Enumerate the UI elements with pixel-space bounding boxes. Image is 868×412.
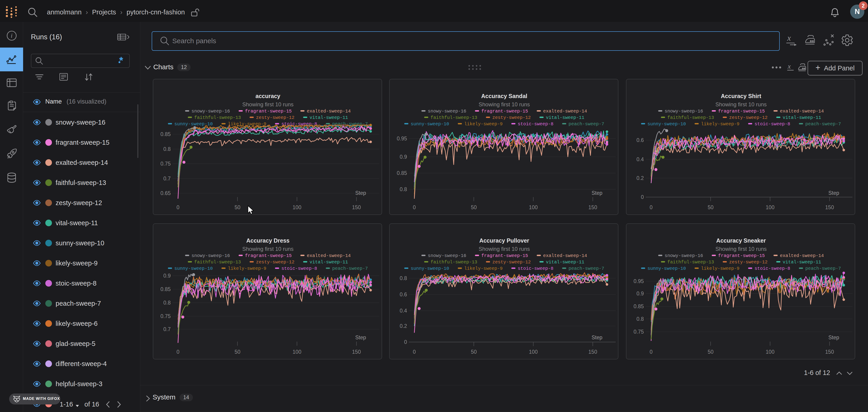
- svg-text:fragrant-sweep-15: fragrant-sweep-15: [245, 253, 292, 258]
- svg-text:0: 0: [177, 204, 180, 210]
- svg-text:Step: Step: [592, 335, 602, 341]
- svg-text:vital-sweep-11: vital-sweep-11: [546, 259, 584, 265]
- svg-text:0.85: 0.85: [397, 170, 407, 176]
- svg-text:snowy-sweep-16: snowy-sweep-16: [664, 253, 703, 258]
- svg-text:0.8: 0.8: [637, 316, 644, 322]
- svg-text:stoic-sweep-8: stoic-sweep-8: [754, 121, 790, 127]
- svg-text:0.85: 0.85: [633, 304, 644, 309]
- svg-text:0.75: 0.75: [160, 161, 171, 167]
- svg-text:stoic-sweep-8: stoic-sweep-8: [754, 266, 790, 271]
- svg-text:sunny-sweep-10: sunny-sweep-10: [411, 121, 449, 127]
- svg-text:vital-sweep-11: vital-sweep-11: [546, 115, 584, 120]
- svg-text:0.85: 0.85: [160, 286, 171, 292]
- svg-text:snowy-sweep-16: snowy-sweep-16: [191, 253, 230, 258]
- svg-text:0: 0: [413, 349, 416, 355]
- svg-text:Step: Step: [355, 190, 366, 196]
- svg-text:i: i: [11, 32, 12, 39]
- svg-text:stoic-sweep-8: stoic-sweep-8: [281, 266, 317, 271]
- svg-text:Accuracy Sneaker: Accuracy Sneaker: [716, 237, 766, 244]
- svg-text:Step: Step: [829, 335, 839, 341]
- svg-text:accuracy: accuracy: [255, 93, 280, 99]
- svg-text:exalted-sweep-14: exalted-sweep-14: [543, 108, 587, 114]
- svg-text:50: 50: [235, 349, 241, 355]
- svg-text:x: x: [787, 34, 791, 42]
- svg-text:0: 0: [413, 204, 416, 210]
- svg-text:likely-sweep-9: likely-sweep-9: [464, 121, 503, 127]
- svg-text:fragrant-sweep-15: fragrant-sweep-15: [718, 253, 765, 258]
- svg-text:50: 50: [471, 204, 477, 210]
- svg-text:0.6: 0.6: [637, 137, 644, 143]
- svg-text:0.65: 0.65: [160, 190, 171, 196]
- svg-text:likely-sweep-9: likely-sweep-9: [701, 121, 739, 127]
- svg-text:0.7: 0.7: [163, 326, 171, 332]
- svg-text:fragrant-sweep-15: fragrant-sweep-15: [482, 108, 528, 114]
- svg-text:50: 50: [235, 204, 241, 210]
- svg-text:0: 0: [177, 349, 180, 355]
- svg-text:150: 150: [588, 349, 597, 355]
- svg-text:150: 150: [825, 204, 834, 210]
- svg-text:Showing first 10 runs: Showing first 10 runs: [242, 246, 293, 252]
- svg-text:exalted-sweep-14: exalted-sweep-14: [307, 253, 351, 258]
- svg-text:peach-sweep-7: peach-sweep-7: [805, 266, 841, 271]
- svg-text:sunny-sweep-10: sunny-sweep-10: [411, 266, 449, 271]
- svg-text:likely-sweep-9: likely-sweep-9: [464, 266, 503, 271]
- svg-text:100: 100: [766, 204, 774, 210]
- svg-text:zesty-sweep-12: zesty-sweep-12: [492, 115, 531, 120]
- svg-text:zesty-sweep-12: zesty-sweep-12: [256, 115, 294, 120]
- svg-text:zesty-sweep-12: zesty-sweep-12: [492, 259, 531, 265]
- svg-text:0: 0: [404, 339, 407, 345]
- svg-text:0.2: 0.2: [400, 323, 407, 329]
- svg-text:zesty-sweep-12: zesty-sweep-12: [256, 259, 294, 265]
- svg-text:0.85: 0.85: [160, 131, 171, 137]
- svg-text:0.6: 0.6: [400, 291, 407, 297]
- svg-text:150: 150: [588, 204, 597, 210]
- svg-text:Accuracy Dress: Accuracy Dress: [246, 237, 289, 244]
- svg-text:50: 50: [708, 204, 714, 210]
- svg-text:0.9: 0.9: [637, 291, 644, 296]
- svg-text:0: 0: [650, 349, 653, 355]
- svg-text:vital-sweep-11: vital-sweep-11: [310, 259, 348, 265]
- svg-text:50: 50: [708, 349, 714, 355]
- svg-text:0.9: 0.9: [400, 154, 407, 160]
- svg-text:faithful-sweep-13: faithful-sweep-13: [431, 259, 477, 265]
- svg-text:x: x: [787, 63, 791, 70]
- svg-text:Accuracy Shirt: Accuracy Shirt: [721, 93, 762, 99]
- svg-text:likely-sweep-9: likely-sweep-9: [701, 266, 739, 271]
- svg-text:fragrant-sweep-15: fragrant-sweep-15: [718, 108, 765, 114]
- svg-text:100: 100: [529, 349, 538, 355]
- svg-text:fragrant-sweep-15: fragrant-sweep-15: [482, 253, 528, 258]
- svg-text:0.8: 0.8: [400, 186, 407, 192]
- svg-text:faithful-sweep-13: faithful-sweep-13: [431, 115, 477, 120]
- svg-text:zesty-sweep-12: zesty-sweep-12: [729, 115, 768, 120]
- svg-text:150: 150: [352, 204, 361, 210]
- svg-text:Showing first 10 runs: Showing first 10 runs: [478, 101, 530, 107]
- svg-text:Step: Step: [592, 190, 602, 196]
- svg-text:zesty-sweep-12: zesty-sweep-12: [729, 259, 768, 265]
- svg-text:0: 0: [650, 204, 653, 210]
- svg-text:Showing first 10 runs: Showing first 10 runs: [478, 246, 530, 252]
- svg-text:snowy-sweep-16: snowy-sweep-16: [428, 108, 466, 114]
- svg-text:sunny-sweep-10: sunny-sweep-10: [647, 266, 686, 271]
- svg-text:0.95: 0.95: [397, 135, 407, 141]
- svg-text:vital-sweep-11: vital-sweep-11: [783, 115, 821, 120]
- svg-text:faithful-sweep-13: faithful-sweep-13: [194, 259, 241, 265]
- svg-text:vital-sweep-11: vital-sweep-11: [783, 259, 821, 265]
- svg-text:0.75: 0.75: [160, 313, 171, 319]
- svg-text:peach-sweep-7: peach-sweep-7: [805, 121, 841, 127]
- svg-text:peach-sweep-7: peach-sweep-7: [568, 266, 604, 271]
- svg-text:0.2: 0.2: [637, 175, 644, 181]
- svg-text:Showing first 10 runs: Showing first 10 runs: [715, 246, 767, 252]
- svg-text:0.9: 0.9: [163, 273, 171, 279]
- svg-text:100: 100: [766, 349, 774, 355]
- svg-text:snowy-sweep-16: snowy-sweep-16: [191, 108, 230, 114]
- svg-text:sunny-sweep-10: sunny-sweep-10: [174, 266, 213, 271]
- svg-text:0.75: 0.75: [633, 329, 644, 335]
- svg-text:exalted-sweep-14: exalted-sweep-14: [780, 108, 824, 114]
- svg-text:sunny-sweep-10: sunny-sweep-10: [647, 121, 686, 127]
- svg-text:vital-sweep-11: vital-sweep-11: [310, 115, 348, 120]
- svg-text:Showing first 10 runs: Showing first 10 runs: [715, 101, 767, 107]
- svg-text:0.8: 0.8: [400, 275, 407, 281]
- svg-text:stoic-sweep-8: stoic-sweep-8: [518, 266, 553, 271]
- svg-text:snowy-sweep-16: snowy-sweep-16: [428, 253, 466, 258]
- svg-text:snowy-sweep-16: snowy-sweep-16: [664, 108, 703, 114]
